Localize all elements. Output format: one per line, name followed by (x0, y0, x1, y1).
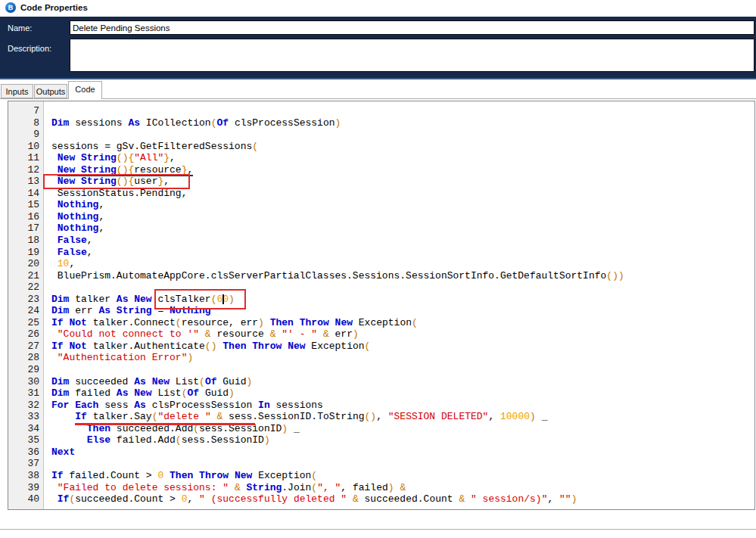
code-text: New String(){"All"}, (51, 152, 176, 164)
description-label: Description: (8, 44, 51, 53)
code-text: If failed.Count > 0 Then Throw New Excep… (51, 470, 317, 482)
name-input[interactable] (70, 20, 754, 35)
code-line: 8Dim sessions As ICollection(Of clsProce… (8, 117, 754, 129)
line-number: 26 (8, 328, 39, 341)
code-line: 35 Else failed.Add(sess.SessionID) (8, 434, 754, 446)
code-text: Else failed.Add(sess.SessionID) (51, 434, 270, 446)
name-label: Name: (8, 23, 32, 33)
code-line: 37 (8, 458, 754, 470)
code-line: 28 "Authentication Error") (8, 352, 754, 364)
code-text: For Each sess As clsProcessSession In se… (51, 400, 323, 412)
code-line: 20 10, (8, 258, 754, 270)
code-line: 7 (8, 105, 754, 117)
code-line: 10sessions = gSv.GetFilteredSessions( (8, 141, 754, 153)
line-number: 8 (8, 117, 39, 129)
code-text: Dim succeeded As New List(Of Guid) (51, 376, 252, 388)
code-text: Dim err As String = Nothing (51, 305, 211, 317)
code-line: 31Dim failed As New List(Of Guid) (8, 387, 754, 400)
code-line: 25If Not talker.Connect(resource, err) T… (8, 317, 754, 329)
line-number: 20 (8, 258, 39, 270)
line-number: 17 (8, 222, 39, 235)
code-text: "Could not connect to '" & resource & "'… (51, 328, 359, 341)
code-text: Nothing, (51, 211, 104, 223)
line-number: 18 (8, 235, 39, 247)
code-text: Then succeeded.Add(sess.SessionID) _ (51, 423, 300, 435)
code-text: False, (51, 247, 93, 259)
code-line: 32For Each sess As clsProcessSession In … (8, 400, 754, 412)
line-number: 37 (8, 458, 39, 470)
line-number: 15 (8, 199, 39, 211)
code-text: SessionStatus.Pending, (51, 188, 187, 200)
line-number: 29 (8, 364, 39, 376)
code-line: 33 If talker.Say("delete " & sess.Sessio… (8, 411, 754, 423)
line-number: 35 (8, 434, 39, 446)
line-number: 25 (8, 317, 39, 329)
window-title: Code Properties (20, 0, 88, 17)
line-number: 13 (8, 176, 39, 188)
code-text: New String(){user}, (51, 176, 170, 188)
code-line: 9 (8, 129, 754, 141)
code-text: New String(){resource}, (51, 164, 193, 176)
line-number: 16 (8, 211, 39, 223)
line-number: 12 (8, 164, 39, 176)
line-number: 34 (8, 423, 39, 435)
code-line: 17 Nothing, (8, 222, 754, 235)
tab-inputs[interactable]: Inputs (1, 84, 33, 98)
line-number: 28 (8, 352, 39, 364)
code-line: 40 If(succeeded.Count > 0, " (successful… (8, 493, 754, 505)
code-line: 38If failed.Count > 0 Then Throw New Exc… (8, 470, 754, 482)
code-text: BluePrism.AutomateAppCore.clsServerParti… (51, 270, 624, 282)
code-text: Next (51, 446, 75, 459)
line-number: 32 (8, 400, 39, 412)
line-number: 22 (8, 281, 39, 294)
code-line: 19 False, (8, 247, 754, 259)
line-number: 21 (8, 270, 39, 282)
code-line: 22 (8, 281, 754, 294)
properties-header: Name: Description: (0, 17, 756, 79)
tab-outputs[interactable]: Outputs (34, 84, 67, 98)
code-text: Nothing, (51, 222, 104, 235)
line-number: 33 (8, 411, 39, 423)
code-text: "Failed to delete sessions: " & String.J… (51, 482, 406, 494)
description-input[interactable] (70, 39, 754, 72)
code-text: "Authentication Error") (51, 352, 193, 364)
line-number: 39 (8, 482, 39, 494)
line-number: 38 (8, 470, 39, 482)
code-editor[interactable]: 78Dim sessions As ICollection(Of clsProc… (8, 101, 755, 510)
line-number: 30 (8, 376, 39, 388)
code-line: 11 New String(){"All"}, (8, 152, 754, 164)
code-line: 34 Then succeeded.Add(sess.SessionID) _ (8, 423, 754, 435)
code-line: 30Dim succeeded As New List(Of Guid) (8, 376, 754, 388)
code-line: 24Dim err As String = Nothing (8, 305, 754, 317)
code-text: Dim sessions As ICollection(Of clsProces… (51, 117, 341, 129)
code-line: 13 New String(){user}, (8, 176, 754, 188)
titlebar: Code Properties (0, 0, 756, 17)
code-text: If Not talker.Connect(resource, err) The… (51, 317, 418, 329)
line-number: 23 (8, 294, 39, 306)
blueprism-icon (5, 2, 16, 13)
tab-code[interactable]: Code (68, 81, 102, 99)
code-text: If(succeeded.Count > 0, " (successfully … (51, 493, 577, 505)
code-line: 23Dim talker As New clsTalker(60) (8, 294, 754, 306)
line-number: 19 (8, 247, 39, 259)
code-line: 21 BluePrism.AutomateAppCore.clsServerPa… (8, 270, 754, 282)
code-rows: 78Dim sessions As ICollection(Of clsProc… (8, 105, 754, 505)
code-text: Dim talker As New clsTalker(60) (51, 294, 235, 306)
code-text: False, (51, 235, 93, 247)
code-text: Dim failed As New List(Of Guid) (51, 387, 235, 400)
code-text: sessions = gSv.GetFilteredSessions( (51, 141, 258, 153)
line-number: 14 (8, 188, 39, 200)
code-text: 10, (51, 258, 75, 270)
code-text: Nothing, (51, 199, 104, 211)
code-line: 14 SessionStatus.Pending, (8, 188, 754, 200)
code-line: 12 New String(){resource}, (8, 164, 754, 176)
line-number: 11 (8, 152, 39, 164)
line-number: 36 (8, 446, 39, 459)
code-line: 18 False, (8, 235, 754, 247)
line-number: 24 (8, 305, 39, 317)
code-line: 16 Nothing, (8, 211, 754, 223)
line-number: 7 (8, 105, 39, 117)
code-line: 36Next (8, 446, 754, 459)
line-number: 31 (8, 387, 39, 400)
line-number: 40 (8, 493, 39, 505)
